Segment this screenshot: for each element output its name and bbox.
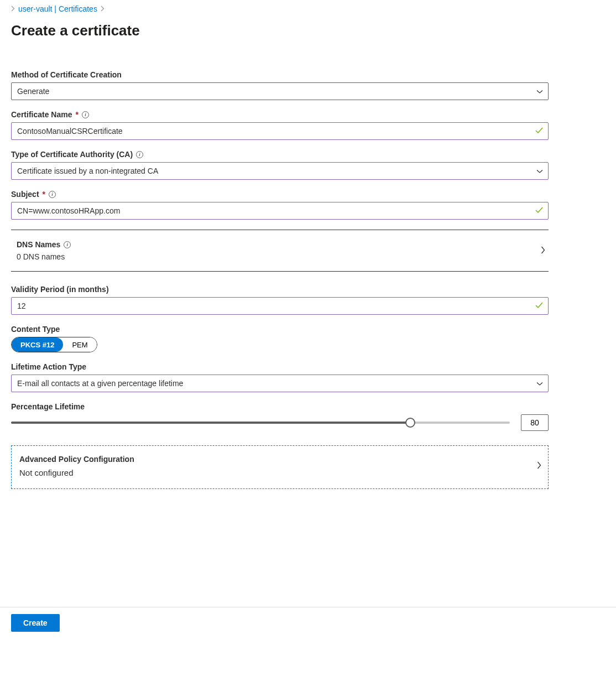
label-lifetime-action: Lifetime Action Type	[11, 362, 86, 371]
label-percentage: Percentage Lifetime	[11, 402, 85, 411]
method-select[interactable]: Generate	[11, 82, 549, 100]
label-subject: Subject	[11, 190, 39, 199]
slider-thumb[interactable]	[405, 418, 415, 428]
certificate-name-input[interactable]	[11, 122, 549, 140]
label-dns-names: DNS Names	[17, 240, 60, 249]
advanced-policy-value: Not configured	[19, 468, 134, 477]
required-indicator: *	[76, 110, 79, 119]
info-icon[interactable]: i	[82, 111, 89, 118]
field-certificate-name: Certificate Name * i	[11, 110, 605, 140]
label-content-type: Content Type	[11, 325, 60, 334]
content-type-toggle: PKCS #12 PEM	[11, 337, 97, 352]
subject-input[interactable]	[11, 202, 549, 220]
validity-input[interactable]	[11, 297, 549, 315]
info-icon[interactable]: i	[64, 241, 71, 248]
required-indicator: *	[43, 190, 45, 199]
content-type-pem[interactable]: PEM	[63, 337, 96, 352]
percentage-input[interactable]	[521, 414, 549, 431]
content-type-pkcs12[interactable]: PKCS #12	[12, 337, 63, 352]
field-lifetime-action: Lifetime Action Type E-mail all contacts…	[11, 362, 605, 392]
field-percentage-lifetime: Percentage Lifetime	[11, 402, 605, 431]
chevron-right-icon	[101, 6, 105, 13]
ca-type-select[interactable]: Certificate issued by a non-integrated C…	[11, 162, 549, 180]
label-validity: Validity Period (in months)	[11, 285, 109, 294]
field-method: Method of Certificate Creation Generate	[11, 70, 605, 100]
field-content-type: Content Type PKCS #12 PEM	[11, 325, 605, 352]
field-subject: Subject * i	[11, 190, 605, 220]
dns-names-value: 0 DNS names	[17, 252, 71, 261]
create-button[interactable]: Create	[11, 614, 60, 632]
percentage-slider[interactable]	[11, 417, 510, 428]
breadcrumb: user-vault | Certificates	[11, 4, 605, 13]
info-icon[interactable]: i	[49, 191, 56, 198]
info-icon[interactable]: i	[136, 151, 143, 158]
chevron-right-icon	[11, 6, 15, 13]
label-ca-type: Type of Certificate Authority (CA)	[11, 150, 133, 159]
dns-names-row[interactable]: DNS Names i 0 DNS names	[11, 230, 549, 272]
advanced-policy-row[interactable]: Advanced Policy Configuration Not config…	[11, 445, 549, 489]
chevron-right-icon	[537, 461, 541, 471]
chevron-right-icon	[541, 246, 545, 256]
page-title: Create a certificate	[11, 22, 605, 39]
breadcrumb-link-user-vault[interactable]: user-vault | Certificates	[18, 4, 97, 13]
field-ca-type: Type of Certificate Authority (CA) i Cer…	[11, 150, 605, 180]
label-advanced-policy: Advanced Policy Configuration	[19, 455, 134, 464]
field-validity: Validity Period (in months)	[11, 285, 605, 315]
lifetime-action-select[interactable]: E-mail all contacts at a given percentag…	[11, 375, 549, 392]
label-certificate-name: Certificate Name	[11, 110, 72, 119]
footer: Create	[0, 607, 616, 632]
label-method: Method of Certificate Creation	[11, 70, 122, 79]
